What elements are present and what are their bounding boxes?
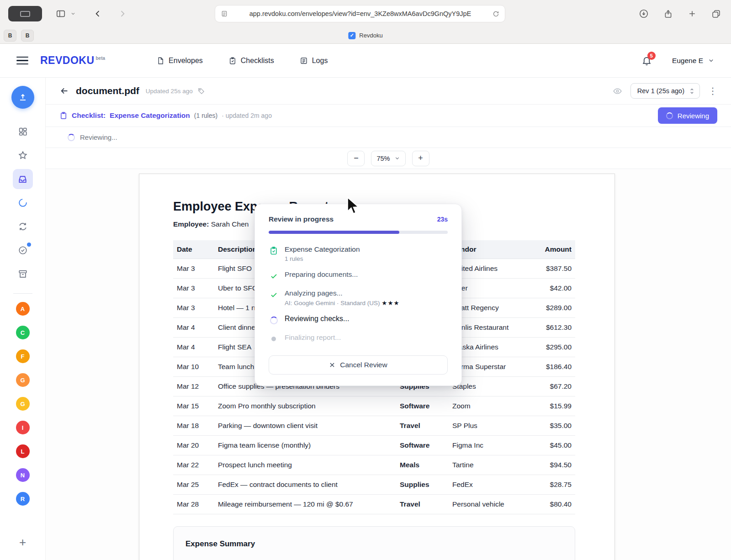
avatar-letter: L bbox=[21, 448, 25, 455]
cell-category: Software bbox=[396, 436, 449, 455]
window-controls-pill[interactable] bbox=[8, 6, 42, 21]
revision-select[interactable]: Rev 1 (25s ago) bbox=[630, 83, 700, 99]
workspace-avatar-g1[interactable]: G bbox=[16, 373, 30, 387]
workspace-avatar-l[interactable]: L bbox=[16, 444, 30, 458]
document-updated: Updated 25s ago bbox=[146, 88, 193, 95]
checklist-icon bbox=[228, 57, 237, 65]
clipboard-check-icon bbox=[269, 246, 278, 255]
table-row: Mar 28Mileage reimbursement — 120 mi @ $… bbox=[173, 495, 575, 514]
cell-amount: $295.00 bbox=[527, 338, 575, 357]
rail-item-sync[interactable] bbox=[13, 217, 33, 237]
new-tab-button[interactable] bbox=[686, 7, 699, 20]
workspace-avatar-g2[interactable]: G bbox=[16, 397, 30, 411]
arrow-right-icon bbox=[118, 9, 127, 18]
rail-item-progress[interactable] bbox=[13, 193, 33, 213]
cell-amount: $67.20 bbox=[527, 377, 575, 396]
table-row: Mar 22Prospect lunch meetingMealsTartine… bbox=[173, 455, 575, 475]
workspace-avatar-c[interactable]: C bbox=[16, 326, 30, 339]
upload-icon bbox=[18, 92, 28, 102]
checklist-label: Checklist: bbox=[72, 111, 106, 120]
tag-icon[interactable] bbox=[197, 87, 205, 95]
reload-icon[interactable] bbox=[493, 11, 499, 17]
table-row: Mar 25FedEx — contract documents to clie… bbox=[173, 475, 575, 495]
cell-amount: $387.50 bbox=[527, 259, 575, 279]
review-timer: 23s bbox=[437, 216, 448, 223]
step-label: Preparing documents... bbox=[285, 270, 358, 279]
download-icon bbox=[639, 9, 649, 19]
col-amount: Amount bbox=[527, 240, 575, 259]
expense-summary-title: Expense Summary bbox=[185, 539, 563, 549]
avatar-letter: N bbox=[21, 472, 25, 479]
zoom-level: 75% bbox=[376, 155, 390, 162]
user-menu[interactable]: Eugene E bbox=[672, 57, 715, 65]
nav-item-checklists[interactable]: Checklists bbox=[228, 57, 274, 65]
chevron-down-icon bbox=[394, 155, 400, 161]
pinned-tab-2[interactable]: B bbox=[21, 30, 34, 42]
zoom-in-button[interactable]: + bbox=[412, 151, 429, 166]
step-label: Reviewing checks... bbox=[285, 315, 349, 323]
cell-vendor: SP Plus bbox=[449, 416, 527, 436]
cell-category: Travel bbox=[396, 495, 449, 514]
rail-item-favorites[interactable] bbox=[13, 145, 33, 165]
review-steps: Expense Categorization 1 rules Preparing… bbox=[269, 241, 448, 348]
zoom-out-button[interactable]: − bbox=[347, 151, 365, 166]
pinned-tab-1[interactable]: B bbox=[4, 30, 16, 42]
checklist-name-link[interactable]: Expense Categorization bbox=[110, 111, 190, 120]
cancel-review-button[interactable]: Cancel Review bbox=[269, 355, 448, 375]
spinner-icon bbox=[18, 198, 28, 208]
step-sub: 1 rules bbox=[285, 255, 360, 262]
workspace-avatar-f[interactable]: F bbox=[16, 349, 30, 363]
upload-button[interactable] bbox=[11, 86, 34, 109]
sidebar-icon bbox=[56, 9, 66, 19]
review-status-text: Reviewing... bbox=[80, 133, 117, 141]
cell-date: Mar 25 bbox=[173, 475, 214, 495]
sidebar-chevron-button[interactable] bbox=[69, 9, 78, 18]
col-date: Date bbox=[173, 240, 214, 259]
rail-item-approvals[interactable] bbox=[13, 240, 33, 260]
document-header: document.pdf Updated 25s ago Rev 1 (25s … bbox=[46, 78, 731, 104]
avatar-letter: G bbox=[20, 401, 25, 407]
back-button[interactable] bbox=[91, 7, 104, 20]
nav-item-logs[interactable]: Logs bbox=[300, 57, 328, 65]
active-tab[interactable]: ✓ Revdoku bbox=[348, 32, 382, 39]
step-analyzing: Analyzing pages... AI: Google Gemini · S… bbox=[269, 285, 448, 311]
workspace-avatar-a[interactable]: A bbox=[16, 302, 30, 316]
preview-eye-icon[interactable] bbox=[613, 86, 622, 96]
chevron-up-down-icon bbox=[689, 88, 695, 95]
arrow-left-icon bbox=[93, 9, 102, 18]
nav-label: Logs bbox=[312, 57, 328, 65]
workspace-avatar-i[interactable]: I bbox=[16, 421, 30, 434]
reviewing-status-button[interactable]: Reviewing bbox=[658, 107, 717, 124]
add-workspace-button[interactable]: + bbox=[19, 536, 26, 548]
rail-item-dashboard[interactable] bbox=[13, 122, 33, 142]
more-options-button[interactable]: ⋮ bbox=[708, 86, 717, 95]
rail-item-inbox[interactable] bbox=[13, 169, 33, 189]
share-button[interactable] bbox=[662, 7, 675, 21]
progress-bar-fill bbox=[269, 231, 399, 234]
workspace-avatar-r[interactable]: R bbox=[16, 492, 30, 506]
zoom-level-select[interactable]: 75% bbox=[371, 151, 405, 166]
menu-button[interactable] bbox=[16, 54, 28, 67]
notifications-button[interactable]: 5 bbox=[641, 55, 652, 66]
rail-item-archive[interactable] bbox=[13, 264, 33, 284]
cell-date: Mar 3 bbox=[173, 259, 214, 279]
forward-button[interactable] bbox=[116, 7, 129, 20]
cell-category: Supplies bbox=[396, 475, 449, 495]
tab-overview-button[interactable] bbox=[710, 7, 723, 21]
sidebar-toggle-button[interactable] bbox=[54, 7, 68, 21]
workspace-avatar-n[interactable]: N bbox=[16, 468, 30, 482]
back-to-list-button[interactable] bbox=[59, 86, 69, 96]
logo[interactable]: REVDOKUbeta bbox=[40, 54, 105, 67]
downloads-button[interactable] bbox=[637, 7, 651, 21]
tab-strip: B B ✓ Revdoku bbox=[0, 27, 731, 44]
avatar-letter: A bbox=[21, 306, 25, 312]
rail-divider bbox=[13, 293, 32, 294]
nav-item-envelopes[interactable]: Envelopes bbox=[156, 57, 203, 65]
avatar-letter: R bbox=[21, 496, 25, 502]
notification-badge: 5 bbox=[647, 52, 656, 60]
tabs-icon bbox=[711, 9, 721, 19]
document-icon bbox=[156, 57, 164, 65]
beta-badge: beta bbox=[96, 56, 106, 61]
url-bar[interactable]: app.revdoku.com/envelopes/view?id=env_3K… bbox=[215, 5, 505, 22]
cell-vendor: FedEx bbox=[449, 475, 527, 495]
